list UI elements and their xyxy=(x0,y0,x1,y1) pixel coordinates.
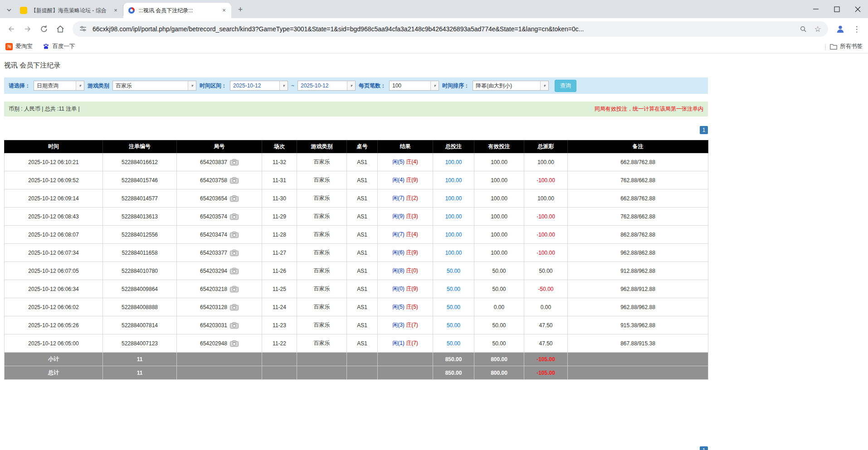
chevron-down-icon[interactable]: ▾ xyxy=(430,81,439,90)
window-controls xyxy=(805,0,868,18)
header-valid-bet: 有效投注 xyxy=(474,140,524,153)
total-bet-link[interactable]: 50.00 xyxy=(447,322,460,329)
chevron-down-icon[interactable]: ▾ xyxy=(188,81,196,90)
new-tab-button[interactable]: + xyxy=(234,3,247,16)
chevron-down-icon[interactable]: ▾ xyxy=(540,81,548,90)
banker-result: 庄(7) xyxy=(406,340,418,346)
tab-title: 【新提醒】海燕策略论坛 - 综合 xyxy=(31,7,108,15)
cell-time: 2025-10-12 06:06:34 xyxy=(5,280,103,298)
cell-game-type: 百家乐 xyxy=(297,298,347,316)
cell-payout: -50.00 xyxy=(524,280,568,298)
cell-note: 962.88/912.88 xyxy=(568,280,708,298)
cell-result: 闲(0) 庄(9) xyxy=(378,280,433,298)
forward-button[interactable] xyxy=(20,21,35,37)
total-bet-link[interactable]: 50.00 xyxy=(447,340,460,347)
camera-icon[interactable] xyxy=(230,268,239,274)
sort-select[interactable]: 降幂(由大到小) ▾ xyxy=(473,81,549,91)
camera-icon[interactable] xyxy=(230,159,239,165)
cell-note: 662.88/762.88 xyxy=(568,189,708,208)
total-bet-link[interactable]: 100.00 xyxy=(445,177,462,184)
page-size-select[interactable]: 100 ▾ xyxy=(389,81,439,91)
date-to-select[interactable]: 2025-10-12 ▾ xyxy=(297,81,356,91)
cell-session: 11-26 xyxy=(262,262,297,280)
total-row: 总计 11 850.00 800.00 -105.00 xyxy=(5,366,708,380)
cell-time: 2025-10-12 06:05:26 xyxy=(5,316,103,334)
browser-tab-forum[interactable]: 【新提醒】海燕策略论坛 - 综合 × xyxy=(15,5,123,16)
cell-total-bet: 50.00 xyxy=(433,334,474,353)
close-button[interactable] xyxy=(847,0,868,18)
cell-payout: 100.00 xyxy=(524,189,568,208)
bookmark-star-icon[interactable]: ☆ xyxy=(813,24,823,34)
chevron-down-icon[interactable]: ▾ xyxy=(279,81,288,90)
reload-button[interactable] xyxy=(36,21,52,37)
cell-round: 654203218 xyxy=(177,280,262,298)
date-range-tilde: ~ xyxy=(291,82,294,89)
cell-game-type: 百家乐 xyxy=(297,208,347,226)
banker-result: 庄(4) xyxy=(406,231,418,237)
menu-dots-icon[interactable]: ⋮ xyxy=(849,21,864,37)
total-bet-link[interactable]: 100.00 xyxy=(445,159,462,165)
total-bet-link[interactable]: 50.00 xyxy=(447,304,460,310)
minimize-button[interactable] xyxy=(805,0,826,18)
camera-icon[interactable] xyxy=(230,340,239,347)
cell-payout: -100.00 xyxy=(524,171,568,189)
total-total-bet: 850.00 xyxy=(433,366,474,380)
player-result: 闲(9) xyxy=(392,213,405,219)
zoom-icon[interactable] xyxy=(798,24,808,34)
tab-close-icon[interactable]: × xyxy=(112,7,119,14)
search-button[interactable]: 查询 xyxy=(555,80,576,92)
header-result: 结果 xyxy=(378,140,433,153)
total-bet-link[interactable]: 100.00 xyxy=(445,213,462,220)
cell-result: 闲(1) 庄(7) xyxy=(378,334,433,353)
camera-icon[interactable] xyxy=(230,177,239,184)
maximize-button[interactable] xyxy=(826,0,847,18)
date-from-select[interactable]: 2025-10-12 ▾ xyxy=(230,81,288,91)
camera-icon[interactable] xyxy=(230,232,239,238)
cell-valid-bet: 50.00 xyxy=(474,316,524,334)
camera-icon[interactable] xyxy=(230,286,239,292)
table-row: 2025-10-12 06:08:07 522884012556 6542034… xyxy=(5,226,708,244)
cell-payout: -100.00 xyxy=(524,226,568,244)
game-type-select[interactable]: 百家乐 ▾ xyxy=(112,81,196,91)
page-1-button[interactable]: 1 xyxy=(700,126,708,134)
cell-table-no: AS1 xyxy=(347,298,378,316)
total-bet-link[interactable]: 50.00 xyxy=(447,268,460,274)
query-mode-select[interactable]: 日期查询 ▾ xyxy=(34,81,84,91)
header-table-no: 桌号 xyxy=(347,140,378,153)
total-bet-link[interactable]: 100.00 xyxy=(445,250,462,256)
back-button[interactable] xyxy=(4,21,19,37)
all-bookmarks-button[interactable]: 所有书签 xyxy=(830,43,863,50)
address-bar[interactable]: 66cxkj98.com/ipl/portal.php/game/betreco… xyxy=(73,21,828,37)
query-mode-value: 日期查询 xyxy=(34,82,76,90)
chevron-down-icon[interactable]: ▾ xyxy=(76,81,84,90)
site-info-icon[interactable] xyxy=(78,24,88,34)
header-bet-id: 注单编号 xyxy=(103,140,177,153)
bookmark-baidu[interactable]: 百度一下 xyxy=(43,43,75,50)
cell-round: 654202948 xyxy=(177,334,262,353)
profile-avatar[interactable] xyxy=(833,21,848,37)
total-bet-link[interactable]: 100.00 xyxy=(445,232,462,238)
home-button[interactable] xyxy=(53,21,68,37)
camera-icon[interactable] xyxy=(230,195,239,202)
tab-search-chevron-icon[interactable] xyxy=(3,4,15,16)
url-text[interactable]: 66cxkj98.com/ipl/portal.php/game/betreco… xyxy=(93,25,794,33)
camera-icon[interactable] xyxy=(230,250,239,256)
total-bet-link[interactable]: 100.00 xyxy=(445,195,462,202)
banker-result: 庄(7) xyxy=(406,322,418,328)
browser-tab-betrecord[interactable]: :::视讯 会员下注纪录::: × xyxy=(123,3,231,18)
page-1-button[interactable]: 1 xyxy=(700,446,708,450)
cell-time: 2025-10-12 06:10:21 xyxy=(5,153,103,171)
bookmark-taobao[interactable]: 淘 爱淘宝 xyxy=(5,43,33,50)
bookmark-label: 爱淘宝 xyxy=(15,43,33,50)
chevron-down-icon[interactable]: ▾ xyxy=(347,81,355,90)
camera-icon[interactable] xyxy=(230,213,239,220)
tab-close-icon[interactable]: × xyxy=(220,7,228,14)
cell-note: 915.38/962.88 xyxy=(568,316,708,334)
filter-bar: 请选择： 日期查询 ▾ 游戏类别 百家乐 ▾ 时间区间： 2025-10-12 … xyxy=(4,77,708,94)
camera-icon[interactable] xyxy=(230,304,239,310)
cell-table-no: AS1 xyxy=(347,189,378,208)
browser-window: 【新提醒】海燕策略论坛 - 综合 × :::视讯 会员下注纪录::: × + xyxy=(0,0,868,450)
total-bet-link[interactable]: 50.00 xyxy=(447,286,460,292)
round-number: 654203574 xyxy=(200,213,227,220)
camera-icon[interactable] xyxy=(230,322,239,329)
